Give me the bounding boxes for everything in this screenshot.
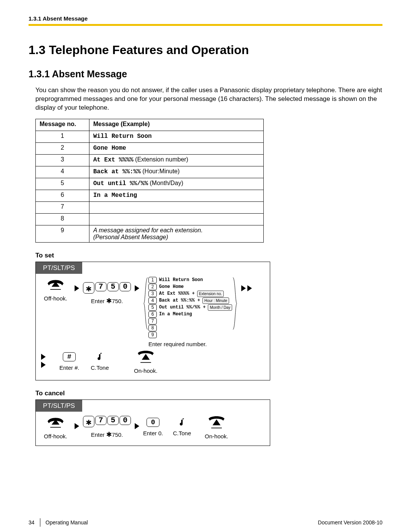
diagram-tab: PT/SLT/PS bbox=[36, 262, 82, 274]
brace-left-icon bbox=[143, 277, 148, 330]
code-keys: ✱ 7 5 0 bbox=[83, 282, 131, 294]
arrow-icon bbox=[241, 285, 246, 291]
table-row: 1Will Return Soon bbox=[36, 131, 264, 142]
arrow-icon bbox=[41, 354, 46, 360]
enter-750-label: Enter ✱750. bbox=[91, 297, 123, 305]
page-number: 34 bbox=[29, 519, 35, 526]
ctone-label: C.Tone bbox=[91, 364, 109, 371]
to-set-diagram: PT/SLT/PS Off-hook. bbox=[35, 262, 270, 381]
page-footer: 34 Operating Manual Document Version 200… bbox=[29, 518, 382, 527]
table-row: 6In a Meeting bbox=[36, 190, 264, 201]
arrow-icon bbox=[75, 285, 79, 291]
enter-0-label: Enter 0. bbox=[143, 430, 163, 436]
options-list: 1Will Return Soon 2Gone Home 3At Ext %%%… bbox=[148, 277, 232, 348]
document-version: Document Version 2008-10 bbox=[318, 519, 382, 526]
tone-icon bbox=[178, 418, 186, 427]
enter-hash-label: Enter #. bbox=[59, 364, 80, 371]
table-row: 7 bbox=[36, 201, 264, 213]
page-header: 1.3.1 Absent Message bbox=[29, 15, 382, 26]
ctone-label: C.Tone bbox=[173, 430, 191, 436]
key-0: 0 bbox=[119, 416, 131, 425]
tone-icon bbox=[96, 352, 104, 361]
key-star: ✱ bbox=[83, 416, 94, 427]
to-cancel-diagram: PT/SLT/PS Off-hook. ✱ bbox=[35, 399, 270, 446]
key-hash: # bbox=[63, 352, 76, 361]
code-keys: ✱ 7 5 0 bbox=[83, 416, 131, 427]
table-row: 9A message assigned for each extension. … bbox=[36, 225, 264, 242]
arrow-icon bbox=[75, 423, 79, 429]
table-row: 4Back at %%:%% (Hour:Minute) bbox=[36, 166, 264, 178]
enter-750-label: Enter ✱750. bbox=[91, 430, 123, 439]
diagram-tab: PT/SLT/PS bbox=[36, 400, 82, 412]
section-heading: 1.3 Telephone Features and Operation bbox=[29, 43, 382, 57]
onhook-label: On-hook. bbox=[205, 433, 228, 439]
offhook-label: Off-hook. bbox=[44, 433, 67, 439]
intro-paragraph: You can show the reason you do not answe… bbox=[35, 86, 382, 112]
brace-right-icon bbox=[232, 277, 237, 330]
col-header-no: Message no. bbox=[36, 119, 89, 131]
subsection-heading: 1.3.1 Absent Message bbox=[29, 69, 382, 80]
onhook-icon bbox=[206, 415, 227, 430]
arrow-icon bbox=[135, 285, 139, 291]
key-5: 5 bbox=[107, 282, 119, 291]
to-cancel-heading: To cancel bbox=[35, 390, 382, 397]
offhook-icon bbox=[45, 277, 66, 292]
key-0: 0 bbox=[119, 282, 131, 291]
col-header-example: Message (Example) bbox=[89, 119, 264, 131]
key-7: 7 bbox=[95, 282, 107, 291]
table-row: 8 bbox=[36, 213, 264, 225]
key-5: 5 bbox=[107, 416, 119, 425]
enter-required-label: Enter required number. bbox=[148, 340, 232, 348]
arrow-icon bbox=[41, 362, 46, 368]
offhook-icon bbox=[45, 415, 66, 430]
arrow-icon bbox=[247, 285, 252, 291]
offhook-label: Off-hook. bbox=[44, 295, 67, 302]
table-row: 5Out until %%/%% (Month/Day) bbox=[36, 178, 264, 190]
table-row: 2Gone Home bbox=[36, 142, 264, 154]
onhook-label: On-hook. bbox=[134, 367, 158, 374]
table-row: 3At Ext %%%% (Extension number) bbox=[36, 154, 264, 166]
arrow-icon bbox=[135, 423, 139, 429]
key-0: 0 bbox=[147, 418, 159, 427]
onhook-icon bbox=[135, 349, 156, 364]
key-star: ✱ bbox=[83, 282, 94, 294]
to-set-heading: To set bbox=[35, 252, 382, 259]
manual-name: Operating Manual bbox=[46, 519, 88, 526]
messages-table: Message no. Message (Example) 1Will Retu… bbox=[35, 119, 264, 243]
key-7: 7 bbox=[95, 416, 107, 425]
